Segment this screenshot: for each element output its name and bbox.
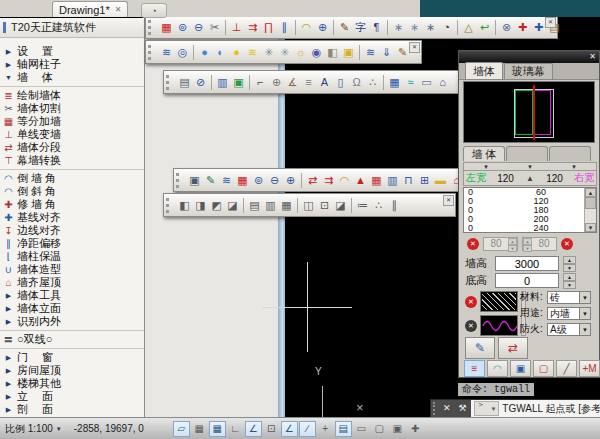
- toolbar-grip[interactable]: [166, 198, 173, 213]
- layers-stack-icon[interactable]: ≋: [219, 173, 234, 188]
- gear-2-icon[interactable]: ✳: [277, 45, 292, 60]
- axis-points-icon[interactable]: ⊚: [251, 173, 266, 188]
- align-lines-icon[interactable]: ∥: [277, 20, 292, 35]
- parallel-lines-icon[interactable]: ∥: [387, 198, 402, 213]
- prompt-dropdown-icon[interactable]: ▼: [490, 406, 496, 412]
- bottom-height-spinner[interactable]: ▲▼: [563, 273, 576, 288]
- axis-two-point-label-icon[interactable]: ⊚: [175, 20, 190, 35]
- delete-right-width-button[interactable]: ✕: [561, 238, 573, 250]
- subtab-dropdown-arrow[interactable]: ▼: [508, 163, 552, 170]
- grid-window-icon[interactable]: ▦: [387, 75, 402, 90]
- red-panel-icon[interactable]: ▦: [369, 173, 384, 188]
- subtab-blank-2[interactable]: [549, 146, 591, 161]
- pair-swap-icon[interactable]: ◪: [333, 198, 348, 213]
- layers-blue-icon[interactable]: ≋: [363, 45, 378, 60]
- panel-close-icon[interactable]: ✕: [589, 53, 596, 61]
- axis-grid-icon[interactable]: ▦: [159, 20, 174, 35]
- clock-tool-icon[interactable]: ◔: [439, 20, 454, 35]
- move-red-icon[interactable]: ✚: [515, 20, 530, 35]
- scroll-up-icon[interactable]: ▲: [585, 188, 596, 197]
- plus-m-mode-icon[interactable]: +M: [579, 360, 600, 377]
- layer-global-icon[interactable]: ◎: [175, 45, 190, 60]
- palette-item-wall[interactable]: ▼墙 体: [0, 71, 144, 84]
- move-blue-icon[interactable]: ✚: [531, 20, 546, 35]
- left-width-value[interactable]: 120: [488, 173, 523, 184]
- axis-trim-icon[interactable]: ✂: [207, 20, 222, 35]
- command-bar-grip[interactable]: [433, 402, 435, 415]
- stamp-red-icon[interactable]: ▲: [353, 173, 368, 188]
- dynamic-input-toggle[interactable]: ▤: [335, 421, 352, 437]
- insulation-wave-swatch[interactable]: [480, 315, 518, 336]
- text-paragraph-icon[interactable]: ¶: [369, 20, 384, 35]
- grid-display-toggle[interactable]: ▦: [209, 421, 226, 437]
- wall-section-preview[interactable]: [463, 81, 595, 143]
- material-select[interactable]: 砖: [547, 291, 580, 304]
- palette-item-double-line-mode[interactable]: 〓○双线○: [0, 333, 144, 346]
- blue-columns-icon[interactable]: ▥: [385, 173, 400, 188]
- command-prompt-icon[interactable]: ＞_ ▼: [474, 401, 500, 416]
- select-box-icon[interactable]: ▣: [187, 173, 202, 188]
- list-options-icon[interactable]: ≔: [355, 198, 370, 213]
- wall-replace-button[interactable]: ⇄: [498, 337, 528, 359]
- layer-freeze-icon[interactable]: ≋: [245, 45, 260, 60]
- axis-grid-red-icon[interactable]: ▦: [235, 173, 250, 188]
- wall-height-input[interactable]: [495, 256, 559, 271]
- arc-dimension-icon[interactable]: ◠: [299, 20, 314, 35]
- transparency-toggle[interactable]: ▢: [371, 421, 388, 437]
- width-list-row[interactable]: 0180: [464, 206, 584, 215]
- arrange-back-icon[interactable]: ◪: [225, 198, 240, 213]
- delete-left-width-button[interactable]: ✕: [467, 238, 479, 250]
- subtab-dropdown-arrow[interactable]: ▼: [464, 163, 508, 170]
- 3d-object-snap-toggle[interactable]: ∠: [281, 421, 298, 437]
- material-dropdown-icon[interactable]: ▼: [580, 291, 591, 304]
- ruler-level-icon[interactable]: ≡: [301, 75, 316, 90]
- zoom-detail-icon[interactable]: ⊘: [193, 75, 208, 90]
- toolbar-grip[interactable]: [176, 173, 183, 188]
- layer-edit-icon[interactable]: ✎: [395, 45, 410, 60]
- drawing-file-tab[interactable]: Drawing1* ✕: [52, 1, 128, 17]
- people-symbol-icon[interactable]: ∴: [365, 75, 380, 90]
- hatch-pattern-swatch[interactable]: [480, 291, 518, 312]
- text-a-icon[interactable]: A: [317, 75, 332, 90]
- fire-rating-select[interactable]: A级: [547, 323, 580, 336]
- close-tab-icon[interactable]: ✕: [115, 6, 122, 14]
- width-list-row[interactable]: 060: [464, 188, 584, 197]
- flag-blue-icon[interactable]: ▯: [333, 75, 348, 90]
- left-spin-arrows[interactable]: ▲▼: [508, 238, 517, 250]
- layer-pick-on-icon[interactable]: ◐: [213, 45, 228, 60]
- distribute-dots-icon[interactable]: ∴: [371, 198, 386, 213]
- align-left-icon[interactable]: ▤: [247, 198, 262, 213]
- draw-wall-button[interactable]: ✎: [465, 337, 495, 359]
- green-target-box-icon[interactable]: ▣: [231, 75, 246, 90]
- coordinate-display[interactable]: -2858, 19697, 0: [74, 423, 169, 434]
- toolbar-grip[interactable]: [148, 20, 155, 35]
- polyline-tool-icon[interactable]: ⌐: [253, 75, 268, 90]
- align-stack-icon[interactable]: ▦: [279, 198, 294, 213]
- tab-wall[interactable]: 墙体: [465, 62, 503, 79]
- pair-vertical-icon[interactable]: ⊡: [317, 198, 332, 213]
- dynamic-ucs-toggle[interactable]: +: [317, 421, 334, 437]
- rect-dashed-mode-icon[interactable]: ▢: [533, 360, 554, 377]
- new-drawing-tab-button[interactable]: ◔: [141, 3, 167, 18]
- wrench-icon[interactable]: ⚒: [459, 404, 467, 413]
- palette-item-section[interactable]: ▶剖 面: [0, 403, 144, 416]
- layer-bulb-icon[interactable]: ●: [229, 45, 244, 60]
- step-tool-icon[interactable]: ∏: [261, 20, 276, 35]
- right-spin-arrows[interactable]: ▲▼: [523, 238, 532, 250]
- undo-green-icon[interactable]: ↩: [477, 20, 492, 35]
- subtab-blank-1[interactable]: [506, 146, 548, 161]
- coord-dimension-icon[interactable]: ⊕: [315, 20, 330, 35]
- usage-dropdown-icon[interactable]: ▼: [580, 307, 591, 320]
- window-panes-icon[interactable]: ▥: [215, 75, 230, 90]
- axis-number-1-icon[interactable]: ∗: [391, 20, 406, 35]
- folder-yellow-icon[interactable]: ▣: [341, 45, 356, 60]
- toolbar-grip[interactable]: [148, 45, 155, 60]
- door-tool-icon[interactable]: ⊓: [401, 173, 416, 188]
- layer-on-icon[interactable]: ●: [197, 45, 212, 60]
- object-snap-toggle[interactable]: ⊡: [263, 421, 280, 437]
- match-eyedropper-icon[interactable]: ╱: [556, 360, 577, 377]
- clear-wave-button[interactable]: ✕: [465, 320, 477, 332]
- compass-angle-icon[interactable]: ∡: [285, 75, 300, 90]
- subtab-dropdown-arrow[interactable]: ▼: [552, 163, 596, 170]
- window-tool-icon[interactable]: ⊞: [417, 173, 432, 188]
